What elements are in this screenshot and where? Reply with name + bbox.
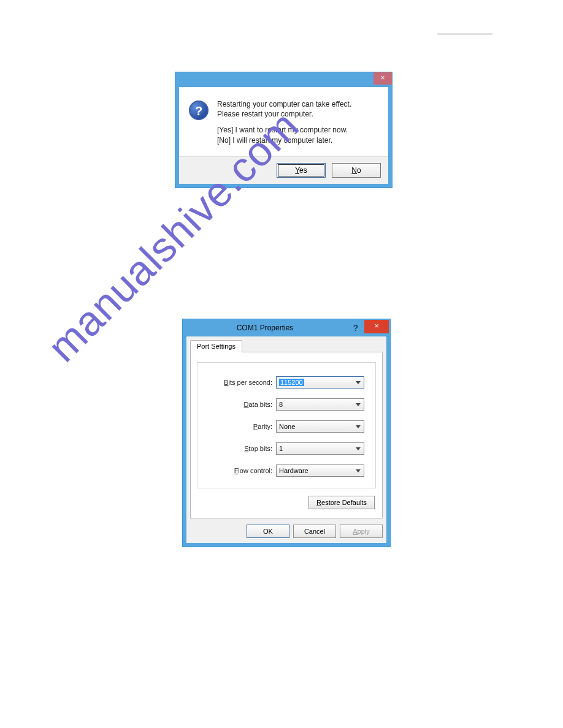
page-header-rule [437,34,492,34]
select-flow-value: Hardware [279,467,308,474]
no-button-mnemonic: N [351,166,357,175]
com1-footer: OK Cancel Apply [190,525,383,538]
select-stop-bits[interactable]: 1 [276,442,364,455]
label-stop-bits: Stop bits: [209,445,276,452]
restart-msg-line1: Restarting your computer can take effect… [217,99,351,109]
apply-rest: pply [358,528,370,535]
restart-opt-yes: [Yes] I want to restart my computer now. [217,125,351,135]
port-settings-panel: Bits per second: 115200 Data bits: 8 [190,352,383,518]
cancel-button[interactable]: Cancel [293,525,336,538]
tab-port-settings[interactable]: Port Settings [190,340,242,352]
question-icon [189,100,209,120]
yes-button[interactable]: Yes [277,163,326,178]
tab-strip: Port Settings [190,340,383,352]
label-parity: Parity: [209,423,276,430]
restart-opt-no: [No] I will restart my computer later. [217,135,351,145]
select-parity-value: None [279,423,295,430]
label-bps-rest: its per second: [228,379,272,386]
row-parity: Parity: None [209,420,364,433]
ok-button[interactable]: OK [247,525,289,538]
restore-defaults-button[interactable]: Restore Defaults [308,496,375,509]
restart-dialog-body: Restarting your computer can take effect… [179,87,388,156]
select-data-bits[interactable]: 8 [276,398,364,411]
label-databits-rest: ata bits: [248,401,272,408]
close-button[interactable]: × [364,320,389,333]
apply-button[interactable]: Apply [340,525,383,538]
restore-rest: estore Defaults [321,499,367,506]
restore-defaults-row: Restore Defaults [197,496,375,509]
restart-msg-line2: Please restart your computer. [217,109,351,119]
row-stop-bits: Stop bits: 1 [209,442,364,455]
restart-dialog-text: Restarting your computer can take effect… [217,99,351,145]
select-parity[interactable]: None [276,420,364,433]
label-parity-rest: arity: [258,423,272,430]
restart-dialog-inner: Restarting your computer can take effect… [175,87,392,188]
apply-mnemonic: A [353,528,357,535]
com1-titlebar: COM1 Properties ? × [183,319,390,336]
help-button[interactable]: ? [347,323,364,333]
restart-confirm-dialog: × Restarting your computer can take effe… [175,72,393,188]
restart-dialog-footer: Yes No [179,156,388,184]
yes-button-rest: es [299,166,307,175]
com1-inner: Port Settings Bits per second: 115200 Da… [183,336,390,547]
no-button[interactable]: No [332,163,381,178]
label-stopbits-rest: top bits: [248,445,272,452]
restart-dialog-titlebar: × [175,72,392,87]
restore-mnemonic: R [316,499,321,506]
close-button[interactable]: × [373,72,392,85]
select-flow-control[interactable]: Hardware [276,464,364,477]
label-data-bits: Data bits: [209,401,276,408]
select-bps-value: 115200 [279,379,304,386]
port-settings-group: Bits per second: 115200 Data bits: 8 [197,362,376,488]
com1-title: COM1 Properties [183,324,347,332]
label-bits-per-second: Bits per second: [209,379,276,386]
select-databits-value: 8 [279,401,283,408]
com1-properties-dialog: COM1 Properties ? × Port Settings Bits p… [182,319,391,547]
label-flow-rest: low control: [238,467,272,474]
label-flow-control: Flow control: [209,467,276,474]
row-bits-per-second: Bits per second: 115200 [209,376,364,389]
select-bits-per-second[interactable]: 115200 [276,376,364,389]
row-flow-control: Flow control: Hardware [209,464,364,477]
row-data-bits: Data bits: 8 [209,398,364,411]
no-button-rest: o [357,166,361,175]
select-stopbits-value: 1 [279,445,283,452]
